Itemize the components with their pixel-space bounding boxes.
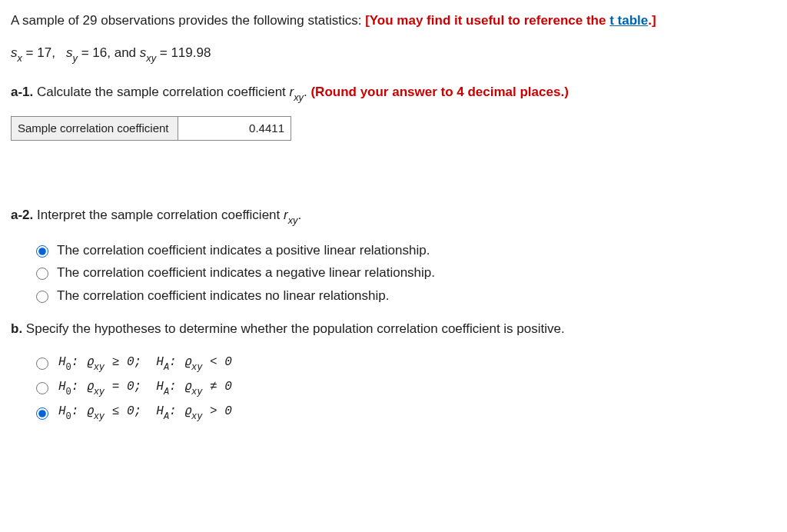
sy-value: = 16, bbox=[78, 45, 111, 60]
a2-period: . bbox=[297, 208, 301, 222]
sxy-sub: xy bbox=[146, 52, 156, 64]
b-radio-1[interactable] bbox=[36, 382, 48, 394]
b-label: b. bbox=[11, 321, 22, 336]
sx-value: = 17, bbox=[22, 45, 55, 60]
b-text: Specify the hypotheses to determine whet… bbox=[22, 321, 565, 336]
b-option-row[interactable]: H0: ϱxy ≤ 0; HA: ϱxy > 0 bbox=[32, 402, 776, 422]
hint-text: You may find it useful to reference the bbox=[370, 13, 609, 28]
intro-paragraph: A sample of 29 observations provides the… bbox=[11, 11, 776, 31]
a2-option-row[interactable]: The correlation coefficient indicates a … bbox=[32, 241, 776, 261]
table-value-cell[interactable]: 0.4411 bbox=[178, 116, 291, 141]
b-options: H0: ϱxy ≥ 0; HA: ϱxy < 0 H0: ϱxy = 0; HA… bbox=[32, 353, 776, 423]
a2-option-row[interactable]: The correlation coefficient indicates a … bbox=[32, 263, 776, 283]
a2-option-label: The correlation coefficient indicates a … bbox=[57, 241, 430, 261]
a2-r-sub: xy bbox=[288, 214, 298, 226]
b-option-row[interactable]: H0: ϱxy = 0; HA: ϱxy ≠ 0 bbox=[32, 377, 776, 397]
a2-label: a-2. bbox=[11, 208, 33, 222]
b-radio-2[interactable] bbox=[36, 407, 48, 420]
bracket-close: ] bbox=[652, 13, 656, 28]
sy-sub: y bbox=[73, 52, 78, 64]
a2-option-row[interactable]: The correlation coefficient indicates no… bbox=[32, 286, 776, 306]
a1-label: a-1. bbox=[11, 85, 33, 99]
b-prompt: b. Specify the hypotheses to determine w… bbox=[11, 319, 776, 339]
a2-option-label: The correlation coefficient indicates a … bbox=[57, 263, 435, 283]
answer-table: Sample correlation coefficient 0.4411 bbox=[11, 116, 291, 141]
a2-radio-2[interactable] bbox=[36, 291, 48, 303]
and-text: and bbox=[115, 45, 140, 60]
sxy-value: = 119.98 bbox=[156, 45, 211, 60]
a1-prompt: a-1. Calculate the sample correlation co… bbox=[11, 82, 776, 104]
a2-r: r bbox=[284, 208, 288, 222]
a2-options: The correlation coefficient indicates a … bbox=[32, 241, 776, 306]
b-radio-0[interactable] bbox=[36, 357, 48, 370]
sx-label: s bbox=[11, 45, 18, 60]
a2-radio-0[interactable] bbox=[36, 245, 48, 258]
a2-text: Interpret the sample correlation coeffic… bbox=[33, 208, 284, 222]
a1-instruction: (Round your answer to 4 decimal places.) bbox=[310, 85, 568, 99]
hyp-text-0: H0: ϱxy ≥ 0; HA: ϱxy < 0 bbox=[58, 353, 232, 373]
intro-text: A sample of 29 observations provides the… bbox=[11, 13, 365, 28]
sx-sub: x bbox=[18, 52, 22, 64]
a2-option-label: The correlation coefficient indicates no… bbox=[57, 286, 390, 306]
a1-text: Calculate the sample correlation coeffic… bbox=[33, 85, 289, 99]
a2-radio-1[interactable] bbox=[36, 268, 48, 280]
t-table-link[interactable]: t table bbox=[609, 13, 648, 28]
table-label-cell: Sample correlation coefficient bbox=[12, 116, 178, 141]
hyp-text-1: H0: ϱxy = 0; HA: ϱxy ≠ 0 bbox=[58, 377, 232, 397]
sy-label: s bbox=[66, 45, 73, 60]
statistics-line: sx = 17, sy = 16, and sxy = 119.98 bbox=[11, 43, 776, 65]
a2-prompt: a-2. Interpret the sample correlation co… bbox=[11, 205, 776, 227]
sxy-label: s bbox=[140, 45, 147, 60]
b-option-row[interactable]: H0: ϱxy ≥ 0; HA: ϱxy < 0 bbox=[32, 353, 776, 373]
hyp-text-2: H0: ϱxy ≤ 0; HA: ϱxy > 0 bbox=[58, 402, 232, 422]
a1-r-sub: xy bbox=[294, 91, 304, 103]
